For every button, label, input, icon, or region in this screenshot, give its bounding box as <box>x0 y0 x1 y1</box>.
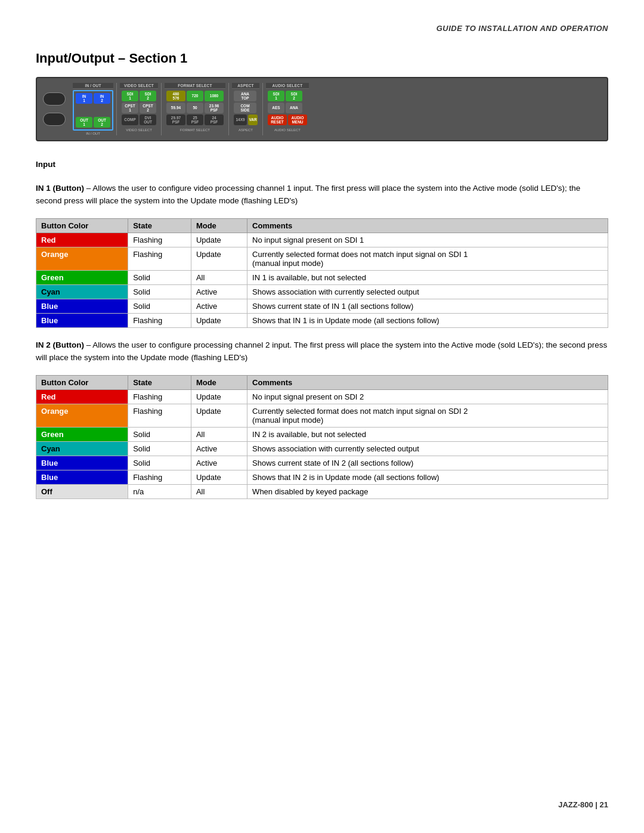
mode-cell: Active <box>191 299 247 313</box>
table-row: RedFlashingUpdateNo input signal present… <box>36 233 608 247</box>
panel-left-controls <box>43 92 66 126</box>
color-cell: Green <box>36 270 128 284</box>
table-row: GreenSolidAllIN 1 is available, but not … <box>36 270 608 284</box>
state-cell: Solid <box>128 299 191 313</box>
aes-button[interactable]: AES <box>268 103 284 113</box>
col-header-comments-2: Comments <box>247 375 608 389</box>
50-button[interactable]: 50 <box>187 103 203 113</box>
table-row: RedFlashingUpdateNo input signal present… <box>36 389 608 404</box>
1080-button[interactable]: 1080 <box>205 91 224 101</box>
header-title: GUIDE TO INSTALLATION AND OPERATION <box>436 24 608 33</box>
mode-cell: Update <box>191 313 247 327</box>
color-cell: Red <box>36 233 128 247</box>
audio-select-footer-label: AUDIO SELECT <box>266 128 309 132</box>
color-cell: Orange <box>36 247 128 270</box>
col-header-color-2: Button Color <box>36 375 128 389</box>
col-header-comments: Comments <box>247 218 608 233</box>
state-cell: Flashing <box>128 233 191 247</box>
in2-button[interactable]: IN2 <box>94 93 110 104</box>
comp-button[interactable]: COMP <box>122 114 138 125</box>
audio-select-label: AUDIO SELECT <box>266 83 309 89</box>
oval-button-bottom <box>43 113 66 126</box>
mode-cell: All <box>191 270 247 284</box>
table-row: OrangeFlashingUpdateCurrently selected f… <box>36 247 608 270</box>
color-cell: Red <box>36 389 128 404</box>
comment-cell: IN 2 is available, but not selected <box>247 427 608 441</box>
2398psf-button[interactable]: 23.98PSF <box>205 103 224 113</box>
color-cell: Off <box>36 484 128 498</box>
section-title: Input/Output – Section 1 <box>36 51 608 66</box>
in2-table: Button Color State Mode Comments RedFlas… <box>36 375 608 499</box>
state-cell: Solid <box>128 427 191 441</box>
state-cell: Flashing <box>128 389 191 404</box>
cpst1-button[interactable]: CPST1 <box>122 103 138 113</box>
in-out-label: IN / OUT <box>73 83 113 89</box>
comment-cell: Shows association with currently selecte… <box>247 284 608 299</box>
col-header-mode-2: Mode <box>191 375 247 389</box>
table-row: BlueSolidActiveShows current state of IN… <box>36 299 608 313</box>
480-576-button[interactable]: 480576 <box>166 91 185 101</box>
audio-select-section: AUDIO SELECT SDI1 SDI2 AES ANA AUDIORESE… <box>266 83 309 135</box>
color-cell: Cyan <box>36 284 128 299</box>
25psf-button[interactable]: 25PSF <box>187 114 203 125</box>
comment-cell: Shows current state of IN 1 (all section… <box>247 299 608 313</box>
mode-cell: Active <box>191 456 247 470</box>
cpst2-button-inout[interactable] <box>94 105 110 116</box>
comment-cell: Currently selected format does not match… <box>247 247 608 270</box>
video-select-section: VIDEO SELECT SDI1 SDI2 CPST1 CPST2 COMP … <box>120 83 158 135</box>
mode-cell: Update <box>191 470 247 484</box>
in1-button[interactable]: IN1 <box>76 93 92 104</box>
mode-cell: Active <box>191 441 247 456</box>
mode-cell: All <box>191 484 247 498</box>
comment-cell: IN 1 is available, but not selected <box>247 270 608 284</box>
state-cell: Solid <box>128 441 191 456</box>
aspect-section: ASPECT ANATOP COMSIDE 14X9 VAR ASPECT <box>232 83 259 135</box>
color-cell: Blue <box>36 299 128 313</box>
audio-menu-button[interactable]: AUDIOMENU <box>288 114 307 125</box>
state-cell: Solid <box>128 270 191 284</box>
audio-reset-button[interactable]: AUDIORESET <box>268 114 287 125</box>
state-cell: Solid <box>128 284 191 299</box>
in1-description: IN 1 (Button) – Allows the user to confi… <box>36 182 608 208</box>
out2-button[interactable]: OUT2 <box>94 117 110 128</box>
24psf-button[interactable]: 24PSF <box>205 114 224 125</box>
var-button[interactable]: VAR <box>248 114 258 125</box>
cpst1-button-inout[interactable] <box>76 105 92 116</box>
720-button[interactable]: 720 <box>187 91 203 101</box>
color-cell: Blue <box>36 313 128 327</box>
table-row: GreenSolidAllIN 2 is available, but not … <box>36 427 608 441</box>
out1-button[interactable]: OUT1 <box>76 117 92 128</box>
col-header-state: State <box>128 218 191 233</box>
cpst2-button[interactable]: CPST2 <box>140 103 156 113</box>
table-row: CyanSolidActiveShows association with cu… <box>36 284 608 299</box>
table-row: BlueFlashingUpdateShows that IN 2 is in … <box>36 470 608 484</box>
mode-cell: All <box>191 427 247 441</box>
color-cell: Blue <box>36 456 128 470</box>
state-cell: Solid <box>128 456 191 470</box>
comment-cell: Shows that IN 1 is in Update mode (all s… <box>247 313 608 327</box>
comment-cell: Shows current state of IN 2 (all section… <box>247 456 608 470</box>
comment-cell: No input signal present on SDI 2 <box>247 389 608 404</box>
mode-cell: Active <box>191 284 247 299</box>
audio-sdi2-button[interactable]: SDI2 <box>286 91 302 101</box>
ana-top-button[interactable]: ANATOP <box>234 91 256 101</box>
col-header-mode: Mode <box>191 218 247 233</box>
audio-sdi1-button[interactable]: SDI1 <box>268 91 284 101</box>
comment-cell: No input signal present on SDI 1 <box>247 233 608 247</box>
in2-description: IN 2 (Button) – Allows the user to confi… <box>36 339 608 364</box>
table-row: CyanSolidActiveShows association with cu… <box>36 441 608 456</box>
com-side-button[interactable]: COMSIDE <box>234 103 256 113</box>
sdi2-button[interactable]: SDI2 <box>140 91 156 101</box>
state-cell: Flashing <box>128 313 191 327</box>
aspect-footer-label: ASPECT <box>232 128 259 132</box>
5994-button[interactable]: 59.94 <box>166 103 185 113</box>
2997psf-button[interactable]: 29.97PSF <box>166 114 185 125</box>
mode-cell: Update <box>191 247 247 270</box>
14x9-button[interactable]: 14X9 <box>234 114 247 125</box>
sdi1-button[interactable]: SDI1 <box>122 91 138 101</box>
dvi-out-button[interactable]: DVIOUT <box>140 114 156 125</box>
mode-cell: Update <box>191 404 247 427</box>
comment-cell: Shows that IN 2 is in Update mode (all s… <box>247 470 608 484</box>
in1-table: Button Color State Mode Comments RedFlas… <box>36 218 608 328</box>
ana-button[interactable]: ANA <box>286 103 302 113</box>
